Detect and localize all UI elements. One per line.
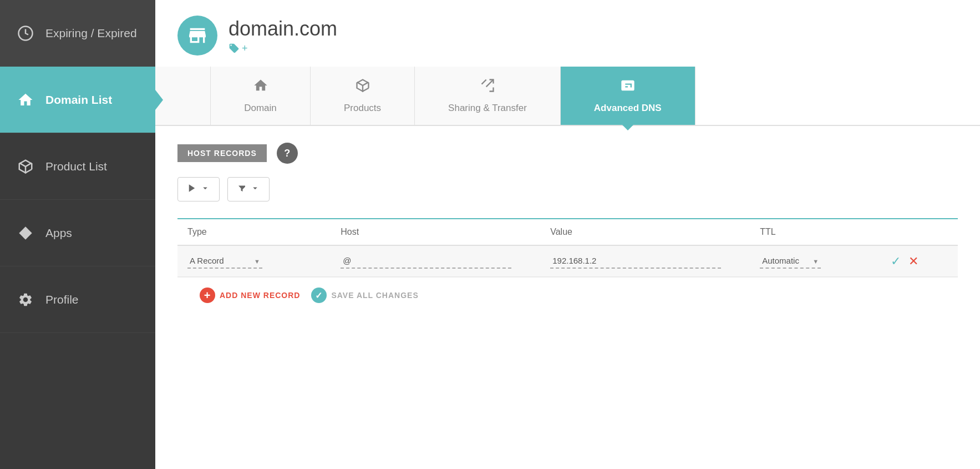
domain-avatar [177,16,217,56]
domain-header: domain.com + [155,0,980,61]
table-row: A Record CNAME Record MX Record TXT Reco… [177,245,958,277]
sidebar: Expiring / Expired Domain List Product L… [0,0,155,469]
sharing-tab-icon [480,78,495,97]
bottom-bar: + ADD NEW RECORD ✓ SAVE ALL CHANGES [177,277,958,313]
host-input[interactable] [341,254,511,269]
domain-title: domain.com [229,17,337,41]
dns-table: Type Host Value TTL A Record CNAME Recor… [177,218,958,277]
dns-tab-icon [620,78,636,97]
controls-row [177,177,958,201]
sidebar-label-apps: Apps [45,226,72,240]
domain-tag[interactable]: + [229,43,337,54]
domain-info: domain.com + [229,17,337,54]
tab-advanced-dns[interactable]: Advanced DNS [561,67,695,125]
tab-products[interactable]: Products [311,67,415,125]
main-content: domain.com + Domain [155,0,980,469]
section-header: HOST RECORDS ? [177,143,958,164]
cancel-icon[interactable]: ✕ [908,254,918,269]
cell-value [540,245,750,277]
sidebar-item-profile[interactable]: Profile [0,266,155,333]
sidebar-item-domain-list[interactable]: Domain List [0,67,155,133]
help-button[interactable]: ? [277,143,298,164]
sidebar-label-profile: Profile [45,293,79,306]
tab-products-label: Products [344,103,381,114]
home-icon [16,92,35,108]
tab-advanced-dns-label: Advanced DNS [594,103,662,114]
filter-dropdown-arrow [250,183,260,195]
play-icon [187,183,197,195]
host-records-label: HOST RECORDS [187,149,257,158]
box-icon [16,158,35,175]
col-value: Value [540,219,750,245]
domain-tab-icon [253,78,268,97]
confirm-icon[interactable]: ✓ [891,254,901,269]
plus-circle-icon: + [200,288,215,303]
sidebar-item-product-list[interactable]: Product List [0,133,155,200]
svg-marker-4 [189,184,195,192]
type-select[interactable]: A Record CNAME Record MX Record TXT Reco… [187,254,262,269]
cell-ttl: Automatic 1 min 5 min 30 min 1 hour [750,245,881,277]
add-record-label: ADD NEW RECORD [220,291,300,300]
products-tab-icon [355,78,370,97]
ttl-select[interactable]: Automatic 1 min 5 min 30 min 1 hour [760,254,821,269]
row-actions: ✓ ✕ [891,254,948,269]
gear-icon [16,292,35,307]
clock-icon [16,25,35,42]
tab-domain-label: Domain [244,103,277,114]
host-records-badge: HOST RECORDS [177,144,267,162]
tab-empty[interactable] [155,67,211,125]
cell-actions: ✓ ✕ [881,245,958,277]
play-dropdown-button[interactable] [177,177,220,201]
col-type: Type [177,219,331,245]
cell-type: A Record CNAME Record MX Record TXT Reco… [177,245,331,277]
check-circle-icon: ✓ [311,288,327,303]
play-dropdown-arrow [200,183,210,195]
tab-sharing-label: Sharing & Transfer [448,103,527,114]
sidebar-item-expiring[interactable]: Expiring / Expired [0,0,155,67]
tab-domain[interactable]: Domain [211,67,311,125]
type-select-wrap: A Record CNAME Record MX Record TXT Reco… [187,254,262,269]
value-input[interactable] [550,254,721,269]
col-host: Host [331,219,540,245]
table-header-row: Type Host Value TTL [177,219,958,245]
add-new-record-button[interactable]: + ADD NEW RECORD [200,288,300,303]
ttl-select-wrap: Automatic 1 min 5 min 30 min 1 hour [760,254,821,269]
tab-sharing[interactable]: Sharing & Transfer [415,67,561,125]
sidebar-label-domain-list: Domain List [45,93,112,107]
tabs-bar: Domain Products Sharing & T [155,67,980,126]
svg-marker-2 [19,226,32,239]
filter-dropdown-button[interactable] [227,177,270,201]
diamond-icon [16,225,35,241]
sidebar-item-apps[interactable]: Apps [0,200,155,266]
save-all-changes-button[interactable]: ✓ SAVE ALL CHANGES [311,288,418,303]
filter-icon [237,183,247,195]
dns-content: HOST RECORDS ? [155,126,980,469]
sidebar-label-product-list: Product List [45,160,107,173]
add-tag-icon: + [242,43,248,54]
sidebar-label-expiring: Expiring / Expired [45,27,137,40]
cell-host [331,245,540,277]
save-all-label: SAVE ALL CHANGES [331,291,418,300]
col-ttl: TTL [750,219,881,245]
col-actions [881,219,958,245]
